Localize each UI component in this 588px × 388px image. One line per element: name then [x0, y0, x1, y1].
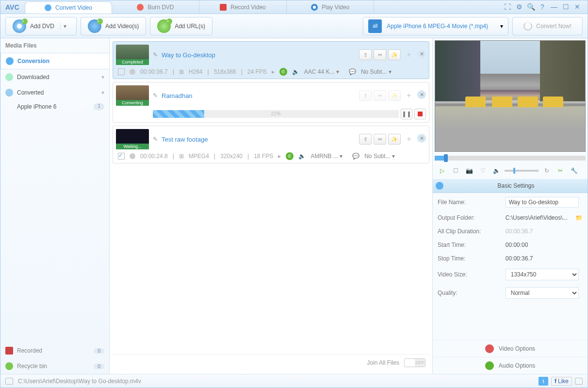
phone-icon[interactable]: ✆: [286, 152, 294, 160]
add-dvd-button[interactable]: Add DVD▾: [5, 17, 77, 35]
next-icon[interactable]: [575, 378, 583, 385]
wand-button[interactable]: 🔧: [569, 165, 579, 176]
audio-options-header[interactable]: Audio Options: [433, 357, 588, 374]
loop-button[interactable]: ♡: [477, 165, 488, 176]
tab-burn[interactable]: Burn DVD: [112, 0, 199, 14]
join-toggle[interactable]: OFF: [404, 358, 425, 367]
chevron-down-icon[interactable]: ▾: [60, 23, 69, 30]
audio-icon: [485, 361, 494, 370]
file-row[interactable]: Waiting... ✎ Test raw footage ⇪ ✂ ✨ + ✕ …: [113, 126, 429, 163]
refresh-icon: [523, 22, 532, 31]
crop-button[interactable]: ✂: [555, 165, 566, 176]
file-row[interactable]: Converting ✎ Ramadhan ⇪ ✂ ✨ + ✕ 21%: [113, 82, 429, 123]
share-button: ⇪: [359, 90, 372, 101]
sidebar-item-recycle[interactable]: Recycle bin0: [0, 358, 109, 374]
minimize-icon[interactable]: —: [550, 3, 558, 12]
sidebar-device-item[interactable]: Apple iPhone 61: [0, 100, 109, 113]
file-name: Way to Go-desktop: [162, 51, 215, 59]
status-badge: Converting: [116, 100, 149, 106]
wand-button[interactable]: ✨: [388, 134, 401, 145]
snapshot-button[interactable]: 📷: [464, 165, 474, 176]
remove-button[interactable]: ✕: [417, 90, 426, 99]
file-row[interactable]: Completed ✎ Way to Go-desktop ⇪ ✂ ✨ + ✕ …: [113, 41, 429, 79]
status-path: C:\Users\Arief\Desktop\Way to Go-desktop…: [18, 378, 141, 385]
add-button[interactable]: +: [403, 134, 415, 145]
folder-icon[interactable]: 📁: [575, 214, 583, 221]
checkbox[interactable]: [118, 68, 125, 75]
sidebar: Media Files Conversion Downloaded▾ Conve…: [0, 38, 110, 374]
share-button[interactable]: ⇪: [359, 49, 372, 60]
codec-icon: ⊞: [179, 153, 184, 160]
search-icon[interactable]: 🔍: [526, 3, 535, 12]
video-options-header[interactable]: Video Options: [433, 340, 588, 357]
seek-bar[interactable]: [435, 156, 586, 161]
close-icon[interactable]: ✕: [573, 3, 582, 12]
remove-button[interactable]: ✕: [417, 49, 426, 58]
phone-icon[interactable]: ✆: [279, 68, 287, 76]
subtitle-select[interactable]: No Subt... ▾: [361, 68, 396, 75]
help-icon[interactable]: ?: [538, 3, 547, 12]
video-size-select[interactable]: 1334x750: [506, 269, 579, 280]
play-icon: [311, 4, 318, 11]
tab-record[interactable]: Record Video: [199, 0, 287, 14]
video-preview[interactable]: [435, 40, 586, 152]
preview-panel: ▷ ☐ 📷 ♡ 🔈 ↻ ✂ 🔧 Basic Settings File Name…: [432, 38, 588, 374]
volume-button[interactable]: 🔈: [491, 165, 502, 176]
thumbnail: Completed: [116, 45, 149, 65]
add-button[interactable]: +: [403, 49, 415, 60]
app-logo: AVC: [0, 3, 25, 11]
file-list: Completed ✎ Way to Go-desktop ⇪ ✂ ✨ + ✕ …: [110, 38, 432, 374]
share-button[interactable]: ⇪: [359, 134, 372, 145]
twitter-button[interactable]: t: [539, 377, 548, 386]
subtitle-select[interactable]: No Subt... ▾: [364, 153, 400, 160]
converted-icon: [5, 89, 13, 97]
subtitle-icon: 💬: [352, 153, 359, 160]
player-controls: ▷ ☐ 📷 ♡ 🔈 ↻ ✂ 🔧: [433, 162, 588, 179]
filename-input[interactable]: [506, 197, 579, 208]
cut-button[interactable]: ✂: [374, 49, 386, 60]
pause-button[interactable]: ❚❚: [401, 109, 412, 119]
tab-convert[interactable]: Convert Video: [25, 1, 112, 14]
tab-play[interactable]: Play Video: [287, 0, 374, 14]
chevron-down-icon: ▾: [500, 23, 503, 30]
gear-icon[interactable]: ⚙: [515, 3, 523, 12]
facebook-like-button[interactable]: f Like: [551, 377, 572, 386]
cut-button: ✂: [374, 90, 386, 101]
clock-icon: [130, 153, 135, 159]
add-button[interactable]: +: [403, 90, 415, 101]
quality-select[interactable]: Normal: [506, 287, 579, 299]
download-icon: [5, 73, 13, 81]
add-videos-button[interactable]: Add Video(s): [81, 17, 146, 35]
maximize-icon[interactable]: ☐: [561, 3, 570, 12]
edit-icon[interactable]: ✎: [153, 92, 158, 99]
add-urls-button[interactable]: Add URL(s): [150, 17, 212, 35]
sidebar-item-converted[interactable]: Converted▾: [0, 85, 109, 100]
play-button[interactable]: ▷: [437, 165, 447, 176]
edit-icon[interactable]: ✎: [153, 51, 158, 58]
wand-button[interactable]: ✨: [388, 49, 401, 60]
stop-button[interactable]: ☐: [450, 165, 461, 176]
edit-icon[interactable]: ✎: [153, 136, 158, 143]
remove-button[interactable]: ✕: [417, 134, 426, 143]
sidebar-item-conversion[interactable]: Conversion: [0, 53, 109, 69]
expand-icon[interactable]: ⛶: [503, 3, 512, 12]
sidebar-item-recorded[interactable]: Recorded0: [0, 343, 109, 358]
convert-now-button[interactable]: Convert Now!: [512, 17, 583, 35]
progress-bar: 21%: [153, 110, 399, 118]
checkbox[interactable]: [118, 153, 125, 160]
output-profile-select[interactable]: allApple iPhone 6 MPEG-4 Movie (*.mp4)▾: [363, 17, 508, 35]
rotate-button[interactable]: ↻: [541, 165, 552, 176]
cut-button[interactable]: ✂: [374, 134, 386, 145]
prev-icon[interactable]: [5, 378, 13, 385]
profile-icon: all: [368, 19, 382, 33]
audio-select[interactable]: AAC 44 K... ▾: [304, 68, 344, 75]
volume-slider[interactable]: [505, 170, 539, 172]
video-icon: [485, 344, 494, 353]
basic-settings-header[interactable]: Basic Settings: [433, 179, 588, 193]
burn-icon: [137, 4, 144, 11]
sidebar-header: Media Files: [0, 38, 109, 53]
video-icon: [88, 19, 101, 33]
stop-button[interactable]: [414, 109, 426, 119]
audio-select[interactable]: AMRNB ... ▾: [310, 153, 347, 160]
sidebar-item-downloaded[interactable]: Downloaded▾: [0, 69, 109, 85]
